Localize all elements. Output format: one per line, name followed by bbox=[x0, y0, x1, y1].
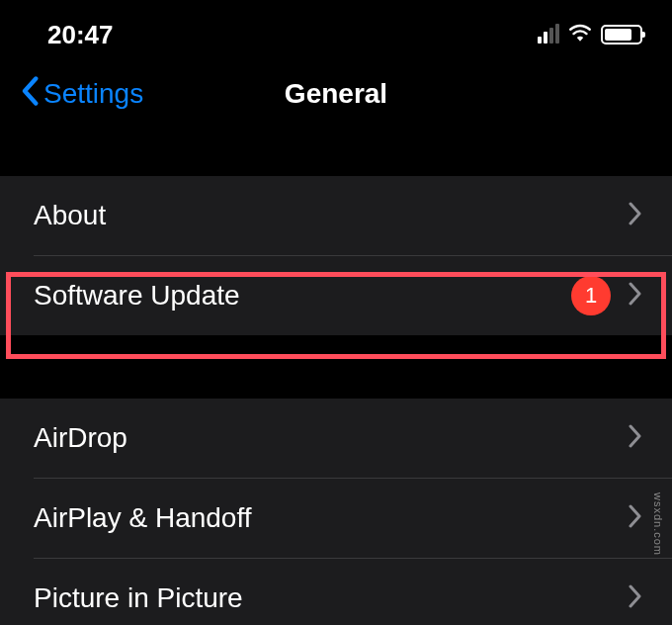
status-time: 20:47 bbox=[47, 20, 114, 50]
battery-icon bbox=[601, 25, 642, 45]
row-airplay-handoff[interactable]: AirPlay & Handoff bbox=[0, 479, 672, 558]
row-label: About bbox=[34, 200, 106, 231]
row-airdrop[interactable]: AirDrop bbox=[0, 399, 672, 478]
settings-group-1: About Software Update 1 bbox=[0, 176, 672, 335]
chevron-right-icon bbox=[629, 504, 642, 532]
chevron-right-icon bbox=[629, 202, 642, 229]
status-icons bbox=[538, 23, 642, 46]
row-label: AirPlay & Handoff bbox=[34, 502, 252, 534]
navigation-bar: Settings General bbox=[0, 59, 672, 129]
chevron-right-icon bbox=[629, 584, 642, 612]
page-title: General bbox=[285, 78, 387, 110]
back-label: Settings bbox=[43, 78, 143, 110]
watermark: wsxdn.com bbox=[652, 492, 664, 556]
cellular-signal-icon bbox=[538, 26, 559, 44]
notification-badge: 1 bbox=[571, 276, 611, 315]
wifi-icon bbox=[567, 23, 593, 46]
row-software-update[interactable]: Software Update 1 bbox=[0, 256, 672, 335]
settings-group-2: AirDrop AirPlay & Handoff Picture in Pic… bbox=[0, 399, 672, 625]
row-about[interactable]: About bbox=[0, 176, 672, 255]
chevron-left-icon bbox=[20, 76, 40, 113]
section-spacer bbox=[0, 129, 672, 176]
row-picture-in-picture[interactable]: Picture in Picture bbox=[0, 559, 672, 625]
row-label: AirDrop bbox=[34, 422, 127, 454]
back-button[interactable]: Settings bbox=[20, 76, 143, 113]
status-bar: 20:47 bbox=[0, 0, 672, 59]
chevron-right-icon bbox=[629, 282, 642, 310]
row-label: Software Update bbox=[34, 280, 240, 312]
chevron-right-icon bbox=[629, 424, 642, 452]
row-label: Picture in Picture bbox=[34, 582, 243, 614]
section-spacer bbox=[0, 335, 672, 399]
